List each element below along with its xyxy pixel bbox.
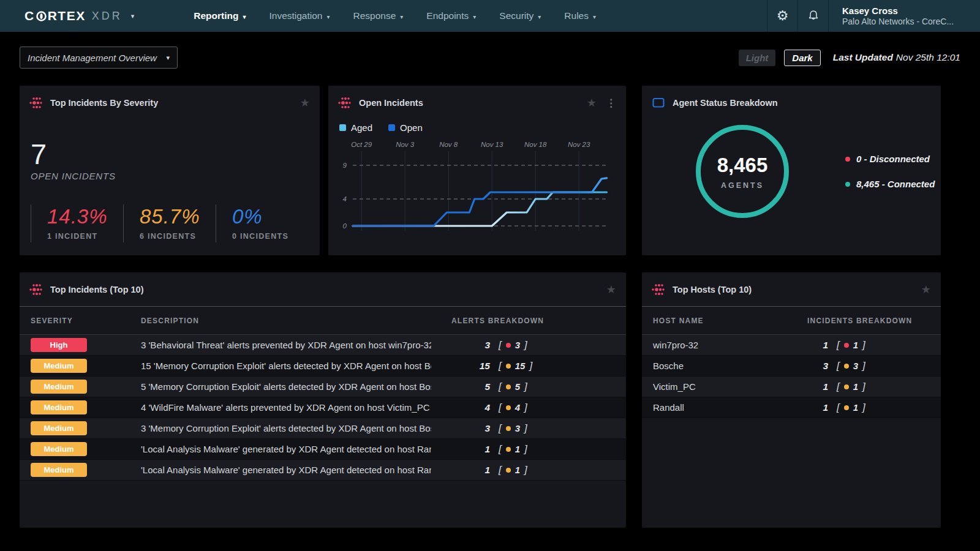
- table-row[interactable]: Medium'Local Analysis Malware' generated…: [20, 439, 626, 460]
- breakdown-count: 3: [515, 423, 520, 433]
- severity-dot: [506, 364, 511, 369]
- legend-aged[interactable]: Aged: [339, 122, 372, 133]
- hosts-table-header: HOST NAME INCIDENTS BREAKDOWN: [642, 307, 941, 335]
- table-row[interactable]: Medium'Local Analysis Malware' generated…: [20, 460, 626, 481]
- table-row[interactable]: Randall1[1]: [642, 397, 941, 418]
- chevron-down-icon: ▾: [243, 13, 246, 20]
- nav-item-rules[interactable]: Rules▾: [552, 0, 608, 32]
- nav-item-endpoints[interactable]: Endpoints▾: [415, 0, 488, 32]
- legend-swatch: [339, 124, 346, 131]
- table-row[interactable]: Medium5 'Memory Corruption Exploit' aler…: [20, 377, 626, 397]
- bracket-open: [: [837, 339, 840, 351]
- nav-item-security[interactable]: Security▾: [488, 0, 552, 32]
- severity-dot: [506, 405, 511, 410]
- nav-item-response[interactable]: Response▾: [342, 0, 415, 32]
- kebab-menu-icon[interactable]: ⋮: [606, 98, 616, 108]
- severity-stats: 14.3%1 INCIDENT85.7%6 INCIDENTS0%0 INCID…: [31, 204, 309, 242]
- incident-description: 'Local Analysis Malware' generated by XD…: [141, 465, 431, 475]
- star-icon[interactable]: ★: [587, 97, 597, 108]
- table-row[interactable]: Medium15 'Memory Corruption Exploit' ale…: [20, 356, 626, 377]
- star-icon[interactable]: ★: [606, 284, 616, 295]
- table-row[interactable]: Bosche3[3]: [642, 356, 941, 377]
- severity-stat[interactable]: 14.3%1 INCIDENT: [31, 204, 123, 242]
- widget-dots-icon: [29, 96, 43, 110]
- dashboard-selector[interactable]: Incident Management Overview ▾: [20, 47, 178, 69]
- alerts-breakdown-cell: 1[1]: [431, 464, 615, 476]
- host-name: win7pro-32: [653, 340, 807, 350]
- bracket-open: [: [499, 360, 502, 372]
- table-row[interactable]: Victim_PC1[1]: [642, 377, 941, 397]
- user-menu[interactable]: Kasey Cross Palo Alto Networks - CoreC..…: [828, 0, 980, 32]
- svg-text:Nov 23: Nov 23: [568, 141, 590, 148]
- severity-stat[interactable]: 85.7%6 INCIDENTS: [123, 204, 216, 242]
- incidents-table-header: SEVERITY DESCRIPTION ALERTS BREAKDOWN: [20, 307, 626, 335]
- alerts-breakdown-cell: 4[4]: [431, 402, 615, 414]
- table-row[interactable]: High3 'Behavioral Threat' alerts prevent…: [20, 335, 626, 356]
- series-open: [353, 178, 607, 226]
- notifications-button[interactable]: [797, 0, 828, 32]
- cortex-xdr-logo[interactable]: CRTEX XDR ▾: [0, 0, 141, 32]
- chevron-down-icon: ▾: [326, 13, 330, 20]
- nav-item-investigation[interactable]: Investigation▾: [257, 0, 341, 32]
- severity-badge: Medium: [31, 400, 87, 414]
- incidents-breakdown-cell: 1[1]: [807, 402, 930, 414]
- star-icon[interactable]: ★: [300, 97, 310, 108]
- table-row[interactable]: Medium4 'WildFire Malware' alerts preven…: [20, 397, 626, 418]
- table-row[interactable]: win7pro-321[1]: [642, 335, 941, 356]
- nav-item-reporting[interactable]: Reporting▾: [182, 0, 257, 32]
- dashboard-toolbar: Incident Management Overview ▾ Light Dar…: [20, 47, 960, 69]
- theme-dark-button[interactable]: Dark: [784, 50, 820, 66]
- dashboard-selector-value: Incident Management Overview: [28, 53, 157, 63]
- bracket-open: [: [837, 402, 840, 414]
- bracket-close: ]: [524, 402, 527, 414]
- table-row[interactable]: Medium3 'Memory Corruption Exploit' aler…: [20, 418, 626, 439]
- agents-total: 8,465: [717, 154, 768, 177]
- severity-badge: Medium: [31, 359, 87, 373]
- column-description: DESCRIPTION: [141, 317, 431, 325]
- alerts-count: 3: [431, 340, 490, 351]
- open-incidents-count: 7: [31, 140, 309, 168]
- bell-icon: [807, 9, 820, 23]
- incidents-breakdown-cell: 1[1]: [807, 339, 930, 351]
- bracket-close: ]: [524, 381, 527, 393]
- agent-legend-item: 8,465 - Connected: [845, 179, 935, 189]
- user-name: Kasey Cross: [842, 6, 967, 16]
- card-top-incidents-by-severity: Top Incidents By Severity ★ 7 OPEN INCID…: [20, 86, 320, 255]
- svg-text:Nov 3: Nov 3: [396, 141, 415, 148]
- legend-dot: [845, 157, 850, 162]
- legend-dot: [845, 182, 850, 187]
- breakdown-count: 1: [853, 381, 858, 392]
- chevron-down-icon: ▾: [166, 54, 170, 62]
- svg-text:Nov 18: Nov 18: [524, 141, 547, 148]
- settings-button[interactable]: ⚙: [767, 0, 797, 32]
- svg-text:4: 4: [343, 195, 347, 203]
- breakdown-detail: [15]: [499, 360, 532, 372]
- svg-text:0: 0: [343, 222, 347, 230]
- widget-dots-icon: [338, 96, 352, 110]
- severity-badge: Medium: [31, 380, 87, 394]
- star-icon[interactable]: ★: [921, 284, 931, 295]
- severity-percentage: 85.7%: [140, 206, 216, 228]
- incidents-breakdown-cell: 3[3]: [807, 360, 930, 372]
- column-alerts-breakdown: ALERTS BREAKDOWN: [431, 317, 615, 325]
- legend-open[interactable]: Open: [388, 122, 423, 133]
- svg-text:Nov 8: Nov 8: [439, 141, 458, 148]
- breakdown-count: 5: [515, 381, 520, 392]
- alerts-breakdown-cell: 3[3]: [431, 422, 615, 435]
- chevron-down-icon: ▾: [593, 13, 596, 20]
- severity-stat[interactable]: 0%0 INCIDENTS: [216, 204, 301, 242]
- agent-legend-label: 8,465 - Connected: [856, 179, 935, 189]
- top-nav: CRTEX XDR ▾ Reporting▾Investigation▾Resp…: [0, 0, 980, 32]
- incident-description: 3 'Memory Corruption Exploit' alerts det…: [141, 423, 431, 433]
- card-title: Top Incidents (Top 10): [50, 285, 144, 294]
- breakdown-count: 1: [853, 402, 858, 413]
- nav-item-label: Reporting: [194, 10, 238, 21]
- severity-cell: Medium: [31, 463, 141, 477]
- theme-light-button[interactable]: Light: [739, 50, 776, 66]
- severity-cell: High: [31, 338, 141, 352]
- incidents-count: 1: [807, 402, 828, 413]
- alerts-breakdown-cell: 15[15]: [431, 360, 615, 372]
- svg-text:Nov 13: Nov 13: [481, 141, 503, 148]
- breakdown-detail: [3]: [499, 422, 527, 435]
- chevron-down-icon: ▾: [473, 13, 476, 20]
